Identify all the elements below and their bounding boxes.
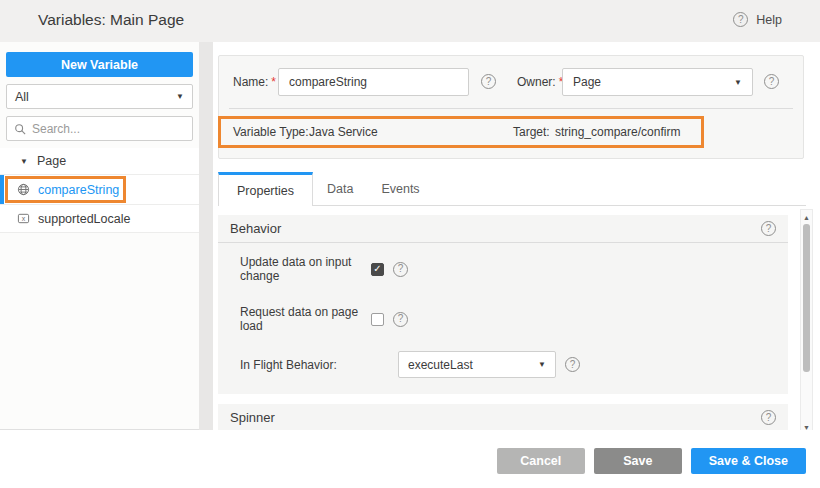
save-close-button[interactable]: Save & Close bbox=[691, 448, 806, 474]
scroll-up-icon[interactable]: ▲ bbox=[801, 211, 812, 223]
page-title: Variables: Main Page bbox=[38, 11, 184, 29]
owner-value: Page bbox=[573, 75, 601, 89]
spinner-section-header: Spinner ? bbox=[218, 404, 788, 430]
behavior-section: Behavior ? Update data on input change ✓… bbox=[218, 215, 788, 394]
behavior-section-header: Behavior ? bbox=[218, 215, 788, 243]
behavior-help-icon[interactable]: ? bbox=[761, 221, 776, 236]
new-variable-button[interactable]: New Variable bbox=[6, 52, 193, 77]
owner-help-icon[interactable]: ? bbox=[764, 74, 779, 89]
name-field[interactable] bbox=[278, 68, 469, 96]
tree-item-label: compareString bbox=[38, 183, 119, 197]
request-data-label: Request data on page load bbox=[240, 305, 371, 333]
chevron-expanded-icon[interactable]: ▼ bbox=[20, 157, 28, 166]
update-data-row: Update data on input change ✓ ? bbox=[240, 255, 788, 283]
required-marker: * bbox=[271, 75, 276, 89]
dialog-header: Variables: Main Page ? Help bbox=[0, 0, 820, 42]
check-icon: ✓ bbox=[373, 264, 381, 274]
owner-label: Owner:* bbox=[517, 75, 563, 89]
update-data-label: Update data on input change bbox=[240, 255, 371, 283]
owner-select[interactable]: Page ▼ bbox=[562, 68, 753, 96]
in-flight-help-icon[interactable]: ? bbox=[565, 357, 580, 372]
update-data-help-icon[interactable]: ? bbox=[393, 262, 408, 277]
variable-icon: x bbox=[17, 212, 30, 225]
caret-down-icon: ▼ bbox=[734, 78, 742, 87]
variable-detail-panel: Name:* ? Owner:* Page ▼ ? Variable Type:… bbox=[213, 42, 820, 430]
variable-search bbox=[6, 116, 193, 141]
variables-dialog: Variables: Main Page ? Help New Variable… bbox=[0, 0, 820, 488]
behavior-section-title: Behavior bbox=[230, 221, 281, 236]
variable-filter-select[interactable]: All ▼ bbox=[6, 84, 193, 109]
scroll-down-icon[interactable]: ▼ bbox=[801, 421, 812, 430]
tree-root-label: Page bbox=[37, 154, 66, 168]
tree-item-supportedlocale[interactable]: x supportedLocale bbox=[0, 205, 199, 233]
caret-down-icon: ▼ bbox=[176, 92, 184, 101]
tab-properties[interactable]: Properties bbox=[218, 172, 313, 206]
spinner-help-icon[interactable]: ? bbox=[761, 410, 776, 425]
in-flight-value: executeLast bbox=[408, 358, 473, 372]
name-help-icon[interactable]: ? bbox=[481, 74, 496, 89]
spinner-section: Spinner ? Spinner Context: Search Widget… bbox=[218, 404, 788, 430]
update-data-checkbox[interactable]: ✓ bbox=[371, 263, 384, 276]
vertical-scrollbar[interactable]: ▲ ▼ bbox=[800, 209, 813, 430]
tab-data[interactable]: Data bbox=[313, 172, 367, 205]
caret-down-icon: ▼ bbox=[538, 360, 546, 369]
properties-tab-content: Behavior ? Update data on input change ✓… bbox=[218, 209, 788, 430]
in-flight-row: In Flight Behavior: executeLast ▼ ? bbox=[240, 351, 788, 378]
workspace: New Variable All ▼ ▼ Page bbox=[0, 42, 820, 430]
request-data-row: Request data on page load ✓ ? bbox=[240, 305, 788, 333]
variables-tree: ▼ Page compareString bbox=[0, 148, 199, 233]
search-input[interactable] bbox=[32, 122, 185, 136]
scrollbar-thumb[interactable] bbox=[803, 224, 810, 372]
help-label: Help bbox=[756, 13, 782, 27]
filter-value: All bbox=[15, 90, 29, 104]
tab-events[interactable]: Events bbox=[367, 172, 433, 205]
variable-type-label: Variable Type: bbox=[233, 125, 309, 139]
variables-sidebar: New Variable All ▼ ▼ Page bbox=[0, 42, 199, 430]
save-button[interactable]: Save bbox=[594, 448, 682, 474]
tree-item-comparestring[interactable]: compareString bbox=[0, 175, 199, 205]
request-data-help-icon[interactable]: ? bbox=[393, 312, 408, 327]
request-data-checkbox[interactable]: ✓ bbox=[371, 313, 384, 326]
annotation-box: Variable Type: Java Service Target: stri… bbox=[218, 116, 704, 148]
variable-type-value: Java Service bbox=[309, 125, 378, 139]
divider bbox=[229, 108, 793, 109]
target-label: Target: bbox=[513, 125, 550, 139]
svg-text:x: x bbox=[22, 215, 26, 222]
target-value: string_compare/confirm bbox=[555, 125, 680, 139]
search-icon bbox=[14, 123, 26, 135]
service-icon bbox=[17, 183, 30, 196]
name-label: Name:* bbox=[233, 75, 276, 89]
in-flight-select[interactable]: executeLast ▼ bbox=[398, 351, 556, 378]
cancel-button[interactable]: Cancel bbox=[497, 448, 585, 474]
help-link[interactable]: ? Help bbox=[733, 12, 782, 27]
tree-item-label: supportedLocale bbox=[38, 212, 130, 226]
detail-tabs: Properties Data Events bbox=[218, 172, 806, 206]
in-flight-label: In Flight Behavior: bbox=[240, 358, 398, 372]
help-icon: ? bbox=[733, 12, 748, 27]
tree-node-page[interactable]: ▼ Page bbox=[0, 148, 199, 175]
dialog-footer: Cancel Save Save & Close bbox=[0, 430, 820, 488]
spinner-section-title: Spinner bbox=[230, 410, 275, 425]
variable-summary-card: Name:* ? Owner:* Page ▼ ? Variable Type:… bbox=[218, 55, 804, 159]
